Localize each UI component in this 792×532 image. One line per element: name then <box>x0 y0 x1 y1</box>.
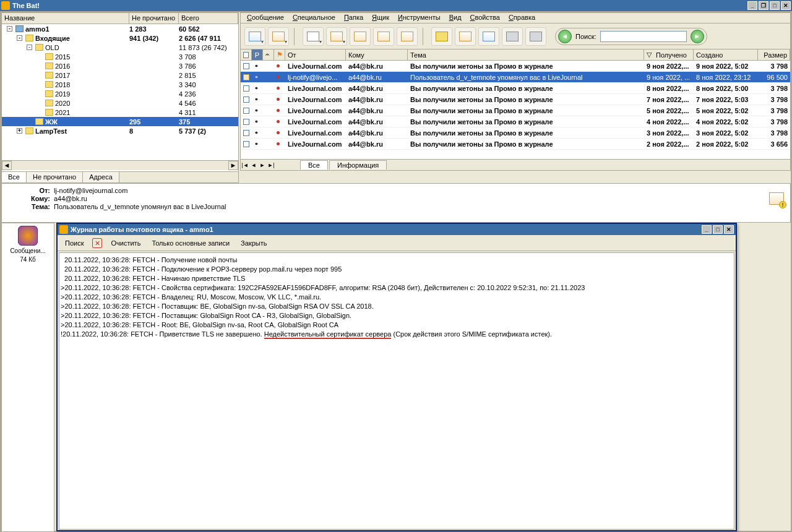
folder-col-name[interactable]: Название <box>2 13 129 24</box>
message-row[interactable]: ∘LiveJournal.coma44@bk.ruВы получили жет… <box>241 105 790 116</box>
message-row[interactable]: ∘LiveJournal.coma44@bk.ruВы получили жет… <box>241 83 790 94</box>
message-row[interactable]: ∘lj-notify@livejo...a44@bk.ruПользовател… <box>241 72 790 83</box>
log-search-button[interactable]: Поиск <box>62 238 86 248</box>
minimize-button[interactable]: _ <box>747 1 757 10</box>
menu-item[interactable]: Вид <box>446 13 465 23</box>
received-cell: 9 ноя 2022,... <box>644 62 694 70</box>
col-size[interactable]: Размер <box>758 49 790 60</box>
nav-last-button[interactable]: ►| <box>267 162 275 168</box>
message-row[interactable]: ∘LiveJournal.coma44@bk.ruВы получили жет… <box>241 61 790 72</box>
tab-unread[interactable]: Не прочитано <box>27 172 83 182</box>
message-row[interactable]: ∘LiveJournal.coma44@bk.ruВы получили жет… <box>241 127 790 139</box>
flag-button[interactable] <box>478 27 499 46</box>
col-from[interactable]: От <box>285 49 346 60</box>
close-button[interactable]: ✕ <box>781 1 791 10</box>
col-created[interactable]: Создано <box>694 49 758 60</box>
menu-item[interactable]: Справка <box>505 13 539 23</box>
log-close-text-button[interactable]: Закрыть <box>238 238 269 248</box>
scroll-left-icon[interactable]: ◄ <box>2 161 12 170</box>
new-mail-button[interactable] <box>244 27 265 46</box>
log-main-only-button[interactable]: Только основные записи <box>149 238 232 248</box>
log-clear-button[interactable]: Очистить <box>108 238 143 248</box>
compose-button[interactable] <box>303 27 324 46</box>
app-titlebar: The Bat! _ ❐ □ ✕ <box>0 0 792 11</box>
preview-warning-icon[interactable]: ! <box>779 201 786 208</box>
folder-row[interactable]: 20153 708 <box>2 52 238 61</box>
get-mail-button[interactable] <box>397 27 418 46</box>
folder-row[interactable]: +LampTest85 737 (2) <box>2 126 238 135</box>
folder-row[interactable]: 20163 786 <box>2 61 238 71</box>
folder-row[interactable]: 20204 546 <box>2 98 238 108</box>
col-flag-icon[interactable]: ⚑ <box>274 49 285 60</box>
nav-prev-button[interactable]: ◄ <box>249 162 258 168</box>
tab-all[interactable]: Все <box>2 172 27 182</box>
forward-button[interactable] <box>373 27 394 46</box>
folder-row[interactable]: ЖЖ295375 <box>2 117 238 126</box>
folder-tree[interactable]: -ammo11 28360 562-Входящие941 (342)2 626… <box>2 24 238 160</box>
menu-item[interactable]: Свойства <box>467 13 504 23</box>
log-maximize-button[interactable]: □ <box>713 225 723 234</box>
nav-next-button[interactable]: ► <box>258 162 267 168</box>
folder-row[interactable]: -Входящие941 (342)2 626 (47 911 <box>2 33 238 43</box>
menu-item[interactable]: Инструменты <box>394 13 444 23</box>
subject-cell: Вы получили жетоны за Промо в журнале <box>408 107 644 114</box>
addressbook-button[interactable] <box>431 27 452 46</box>
expander-icon[interactable]: + <box>17 128 22 134</box>
folder-row[interactable]: 20214 311 <box>2 108 238 117</box>
message-row[interactable]: ∘LiveJournal.coma44@bk.ruВы получили жет… <box>241 116 790 127</box>
col-attach-icon[interactable]: 𝄐 <box>263 49 274 60</box>
tab-addresses[interactable]: Адреса <box>83 172 119 182</box>
folder-row[interactable]: -OLD11 873 (26 742) <box>2 43 238 52</box>
to-cell: a44@bk.ru <box>346 85 408 92</box>
log-clear-icon[interactable]: ✕ <box>92 238 102 248</box>
menu-item[interactable]: Сообщение <box>243 13 288 23</box>
toolbar-separator <box>423 28 426 45</box>
check-mail-button[interactable] <box>350 27 371 46</box>
delete-button[interactable] <box>525 27 546 46</box>
log-minimize-button[interactable]: _ <box>702 225 712 234</box>
log-body[interactable]: 20.11.2022, 10:36:28: FETCH - Получение … <box>59 252 734 530</box>
message-list[interactable]: ∘LiveJournal.coma44@bk.ruВы получили жет… <box>240 61 791 160</box>
send-receive-button[interactable] <box>326 27 347 46</box>
menu-item[interactable]: Ящик <box>368 13 393 23</box>
nav-back-button[interactable]: ◄ <box>558 30 572 43</box>
list-tab-info[interactable]: Информация <box>329 160 387 169</box>
message-row[interactable]: ∘LiveJournal.coma44@bk.ruВы получили жет… <box>241 94 790 105</box>
search-input[interactable] <box>600 31 687 42</box>
nav-forward-button[interactable]: ► <box>691 30 704 43</box>
folder-hscroll[interactable]: ◄ ► <box>2 160 238 170</box>
scroll-right-icon[interactable]: ► <box>228 161 238 170</box>
col-park-icon[interactable]: P <box>252 49 263 60</box>
expander-icon[interactable]: - <box>27 45 32 50</box>
folder-col-unread[interactable]: Не прочитано <box>129 13 179 24</box>
restore-button[interactable]: ❐ <box>759 1 768 10</box>
expander-icon[interactable]: - <box>7 26 12 32</box>
size-cell: 3 798 <box>758 85 790 92</box>
menu-item[interactable]: Специальное <box>289 13 339 23</box>
app-title: The Bat! <box>12 2 40 9</box>
attachment-icon[interactable] <box>18 226 38 246</box>
folder-col-total[interactable]: Всего <box>179 13 238 24</box>
log-titlebar[interactable]: Журнал работы почтового ящика - ammo1 _ … <box>58 224 736 235</box>
expander-icon[interactable]: - <box>17 35 22 41</box>
print-button[interactable] <box>502 27 523 46</box>
folder-row[interactable]: 20194 236 <box>2 89 238 98</box>
col-to[interactable]: Кому <box>346 49 408 60</box>
menu-item[interactable]: Папка <box>340 13 367 23</box>
folder-row[interactable]: -ammo11 28360 562 <box>2 24 238 33</box>
folder-row[interactable]: 20183 340 <box>2 80 238 89</box>
col-status-icon[interactable] <box>241 49 252 60</box>
nav-first-button[interactable]: |◄ <box>241 162 249 168</box>
filter-button[interactable] <box>455 27 476 46</box>
maximize-button[interactable]: □ <box>770 1 780 10</box>
list-tab-all[interactable]: Все <box>300 160 328 169</box>
folder-row[interactable]: 20172 815 <box>2 71 238 80</box>
log-close-button[interactable]: ✕ <box>724 225 734 234</box>
reply-button[interactable] <box>268 27 289 46</box>
message-row[interactable]: ∘LiveJournal.coma44@bk.ruВы получили жет… <box>241 139 790 150</box>
envelope-icon <box>243 141 249 147</box>
col-subject[interactable]: Тема <box>408 49 644 60</box>
col-received[interactable]: ▽ Получено <box>644 49 694 60</box>
toolbar-separator <box>294 28 298 45</box>
menubar: СообщениеСпециальноеПапкаЯщикИнструменты… <box>240 12 791 24</box>
